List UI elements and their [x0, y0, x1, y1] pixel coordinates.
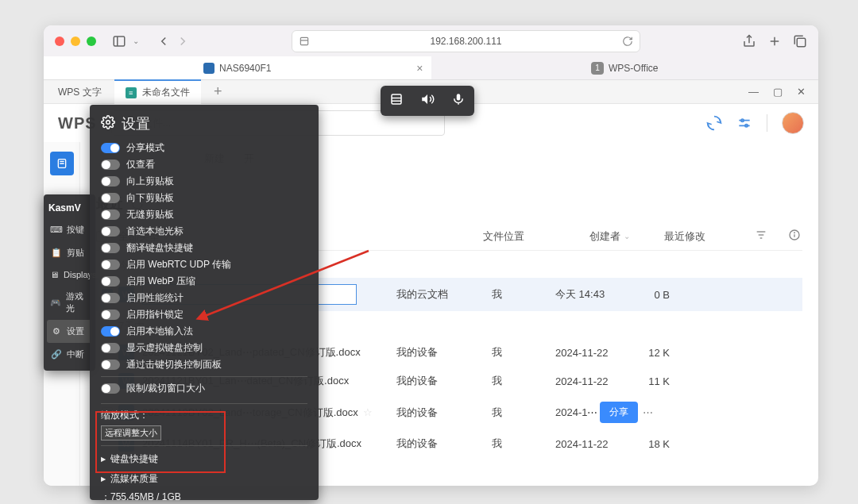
tab-label: NAS6940F1 [219, 63, 271, 74]
tool-settings[interactable]: ⚙设置 [47, 320, 92, 343]
toggle-switch[interactable] [101, 226, 120, 237]
toggle-switch[interactable] [101, 343, 120, 353]
toggle-label: 显示虚拟键盘控制 [126, 341, 203, 355]
list-mode-icon[interactable] [389, 92, 404, 110]
file-creator: 我 [492, 374, 555, 388]
kasm-brand: KasmV [47, 199, 92, 218]
back-button[interactable] [157, 34, 171, 48]
toggle-label: 启用 WebP 压缩 [126, 275, 195, 288]
setting-toggle-row[interactable]: 显示虚拟键盘控制 [101, 340, 307, 356]
setting-toggle-row[interactable]: 首选本地光标 [101, 223, 307, 240]
wps-tab-label: 未命名文件 [142, 87, 190, 98]
svg-rect-7 [797, 38, 806, 47]
toggle-switch[interactable] [101, 243, 120, 253]
settings-sliders-icon[interactable] [736, 115, 752, 131]
url-bar[interactable]: 192.168.200.111 [292, 30, 640, 52]
toggle-switch[interactable] [101, 293, 120, 303]
speaker-icon[interactable] [420, 92, 435, 110]
toggle-switch[interactable] [101, 310, 120, 320]
setting-toggle-row[interactable]: 通过击键切换控制面板 [101, 356, 307, 373]
more-icon[interactable]: ⋯ [643, 406, 653, 418]
toggle-switch[interactable] [101, 176, 120, 187]
tool-displays[interactable]: 🖥Displays [47, 264, 92, 285]
avatar[interactable] [782, 112, 804, 134]
file-size: 0 B [635, 289, 670, 301]
sidebar-toggle-icon[interactable] [112, 34, 126, 48]
minimize-window-button[interactable] [71, 37, 80, 46]
gear-icon: ⚙ [50, 326, 62, 337]
tool-disconnect[interactable]: 🔗中断 [47, 343, 92, 366]
tab-favicon-icon [203, 63, 214, 74]
wps-tab-word[interactable]: WPS 文字 [47, 80, 113, 104]
toggle-switch[interactable] [101, 276, 120, 287]
star-icon[interactable]: ☆ [363, 406, 373, 418]
share-button[interactable]: 分享 [600, 402, 638, 423]
close-tab-button[interactable]: × [416, 62, 423, 75]
toggle-switch[interactable] [101, 360, 120, 370]
sync-icon[interactable] [706, 115, 722, 131]
home-nav-icon[interactable] [50, 152, 74, 175]
expand-shortcuts[interactable]: ▶键盘快捷键 [101, 449, 307, 469]
minimize-icon[interactable]: — [748, 86, 759, 98]
site-settings-icon[interactable] [299, 36, 310, 49]
browser-tab-wps[interactable]: 1 WPS-Office [431, 56, 819, 79]
wps-tab-untitled[interactable]: ≡ 未命名文件 [114, 79, 201, 104]
setting-toggle-row[interactable]: 向下剪贴板 [101, 190, 307, 206]
toggle-switch[interactable] [101, 260, 120, 270]
setting-toggle-row[interactable]: 翻译键盘快捷键 [101, 240, 307, 256]
file-location: 我的设备 [396, 406, 492, 420]
info-icon[interactable] [788, 229, 802, 244]
browser-tab-nas[interactable]: NAS6940F1 × [44, 56, 431, 79]
tool-clipboard[interactable]: 📋剪贴 [47, 241, 92, 264]
gamepad-icon: 🎮 [50, 298, 61, 308]
setting-toggle-row[interactable]: 启用性能统计 [101, 290, 307, 306]
toggle-label: 启用指针锁定 [126, 308, 184, 321]
gear-icon [101, 115, 115, 133]
tab-overview-button[interactable] [793, 34, 807, 48]
toggle-label: 启用性能统计 [126, 291, 184, 305]
toggle-label: 向上剪贴板 [126, 175, 174, 188]
setting-toggle-row[interactable]: 分享模式 [101, 140, 307, 156]
forward-button[interactable] [176, 34, 190, 48]
chevron-down-icon[interactable]: ⌄ [133, 37, 139, 45]
filter-icon[interactable] [755, 229, 777, 244]
scale-remote-button[interactable]: 远程调整大小 [101, 425, 161, 441]
toggle-switch[interactable] [101, 143, 120, 153]
toggle-switch[interactable] [101, 160, 120, 170]
toggle-label: 翻译键盘快捷键 [126, 241, 193, 255]
toggle-switch[interactable] [101, 383, 120, 394]
setting-toggle-row[interactable]: 启用 WebP 压缩 [101, 273, 307, 290]
divider [767, 114, 767, 132]
reload-button[interactable] [622, 36, 633, 49]
file-location: 我的云文档 [396, 287, 492, 302]
svg-point-20 [794, 233, 795, 233]
setting-toggle-row[interactable]: 仅查看 [101, 156, 307, 173]
creator-column[interactable]: 创建者⌄ [589, 229, 653, 244]
restore-icon[interactable]: ▢ [773, 86, 783, 98]
browser-tabs: NAS6940F1 × 1 WPS-Office [44, 56, 818, 80]
new-wps-tab-button[interactable]: + [203, 83, 234, 100]
toggle-label: 首选本地光标 [126, 225, 184, 238]
setting-toggle-row[interactable]: 启用指针锁定 [101, 306, 307, 323]
microphone-icon[interactable] [451, 92, 466, 110]
maximize-window-button[interactable] [87, 37, 96, 46]
monitor-icon: 🖥 [50, 270, 59, 279]
close-window-button[interactable] [55, 37, 64, 46]
setting-toggle-row[interactable]: 启用 WebRTC UDP 传输 [101, 256, 307, 273]
setting-toggle-row[interactable]: 限制/裁切窗口大小 [101, 380, 307, 397]
toggle-switch[interactable] [101, 210, 120, 220]
expand-streaming[interactable]: ▶流媒体质量 [101, 469, 307, 489]
file-modified: 今天 14:43 [555, 287, 635, 302]
setting-toggle-row[interactable]: 启用本地输入法 [101, 323, 307, 340]
toggle-switch[interactable] [101, 193, 120, 203]
setting-toggle-row[interactable]: 无缝剪贴板 [101, 206, 307, 223]
tool-keys[interactable]: ⌨按键 [47, 218, 92, 241]
close-icon[interactable]: ✕ [797, 86, 806, 98]
share-icon[interactable] [742, 34, 756, 48]
toggle-label: 启用本地输入法 [126, 325, 193, 338]
file-size: 11 K [635, 375, 670, 387]
setting-toggle-row[interactable]: 向上剪贴板 [101, 173, 307, 190]
tool-gamepad[interactable]: 🎮游戏光 [47, 285, 92, 320]
toggle-switch[interactable] [101, 326, 120, 337]
new-tab-button[interactable] [767, 34, 782, 48]
